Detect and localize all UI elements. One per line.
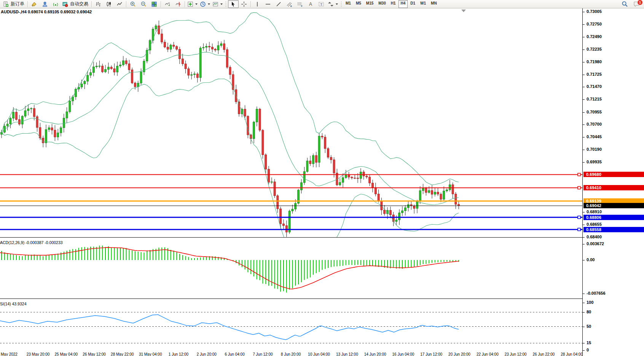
candle-up: [48, 128, 50, 129]
horizontal-line-tool-button[interactable]: [263, 0, 273, 8]
notifications-button[interactable]: 1: [633, 1, 640, 7]
time-axis-label: 10 Jun 04:00: [308, 352, 330, 356]
candle-down: [51, 128, 53, 130]
candle-down: [277, 196, 279, 209]
price-tick-mark: [583, 49, 585, 50]
zoom-out-button[interactable]: [138, 0, 149, 8]
dropdown-arrow-icon: [208, 3, 210, 5]
candlestick-button[interactable]: [104, 0, 114, 8]
candle-down: [36, 117, 38, 128]
candle-down: [179, 49, 181, 59]
toolbar-grip[interactable]: [341, 1, 342, 7]
main-chart-panel[interactable]: AUDUSD-,H4 0.69074 0.69105 0.69032 0.690…: [0, 8, 582, 237]
candle-down: [244, 109, 246, 117]
candlestick-chart[interactable]: [0, 8, 582, 237]
candle-down: [176, 46, 178, 49]
mt4-window: 新订单 自动交易: [0, 0, 644, 356]
candle-up: [402, 211, 403, 212]
price-tick-mark: [583, 112, 585, 113]
rsi-panel[interactable]: SI(14) 43.9324: [0, 300, 582, 352]
timeframe-button-w1[interactable]: W1: [418, 0, 428, 8]
candle-up: [449, 185, 451, 190]
price-tick-label: 0.71470: [587, 84, 602, 89]
arrows-tool-button[interactable]: [327, 0, 339, 8]
trendline-tool-button[interactable]: [273, 0, 284, 8]
macd-panel[interactable]: ACD(12,26,9) -0.000387 -0.000233: [0, 239, 582, 299]
toolbar-separator: [161, 1, 161, 7]
crosshair-tool-button[interactable]: [239, 0, 249, 8]
time-axis-label: 23 May 20:00: [27, 352, 50, 356]
zoom-in-button[interactable]: [128, 0, 138, 8]
timeframe-button-mn[interactable]: MN: [429, 0, 439, 8]
time-axis-label: 28 Jun 04:00: [561, 352, 582, 356]
toolbar-grip[interactable]: [225, 1, 226, 7]
time-axis[interactable]: May 202223 May 20:0025 May 04:0026 May 1…: [0, 352, 582, 356]
fibonacci-tool-button[interactable]: F: [295, 0, 305, 8]
line-handle: [578, 216, 580, 219]
time-axis-label: 26 Jun 22:00: [532, 352, 555, 356]
time-axis-label: 20 Jun 20:00: [448, 352, 470, 356]
rsi-tick-label: 0: [587, 348, 589, 352]
timeframe-button-d1[interactable]: D1: [408, 0, 418, 8]
candle-up: [6, 124, 8, 126]
candle-down: [455, 194, 457, 204]
toolbar-right: 1: [622, 1, 640, 7]
candle-down: [283, 224, 285, 226]
zoom-out-icon: [140, 1, 147, 7]
cursor-tool-button[interactable]: [228, 0, 239, 8]
bar-chart-button[interactable]: [93, 0, 104, 8]
vertical-line-tool-button[interactable]: [252, 0, 263, 8]
indicators-button[interactable]: [186, 0, 199, 8]
templates-button[interactable]: [211, 0, 224, 8]
text-tool-button[interactable]: A: [305, 0, 316, 8]
toolbar-separator: [126, 1, 126, 7]
styler-button[interactable]: [29, 0, 40, 8]
profile-button[interactable]: [40, 0, 50, 8]
search-icon[interactable]: [622, 1, 628, 7]
candle-up: [339, 182, 341, 185]
chart-shift-button[interactable]: [173, 0, 183, 8]
autotrading-button[interactable]: 自动交易: [61, 0, 90, 8]
signal-button[interactable]: [50, 0, 61, 8]
candle-up: [107, 67, 109, 69]
price-line-badge: 0.69680: [583, 172, 644, 177]
candle-down: [54, 130, 56, 137]
cursor-icon: [230, 1, 236, 7]
autotrading-label: 自动交易: [69, 1, 89, 7]
candlestick-icon: [106, 1, 112, 7]
candle-down: [173, 45, 175, 46]
arrows-icon: [328, 1, 334, 7]
price-tick-mark: [583, 75, 585, 75]
price-tick-label: 0.69935: [587, 160, 602, 164]
line-chart-button[interactable]: [114, 0, 125, 8]
timeframe-button-m1[interactable]: M1: [343, 0, 353, 8]
candle-down: [327, 148, 329, 157]
timeframe-button-h1[interactable]: H1: [389, 0, 398, 8]
fibonacci-icon: F: [297, 1, 303, 7]
price-tick-mark: [583, 37, 585, 37]
candle-down: [102, 66, 104, 72]
timeframe-button-m15[interactable]: M15: [364, 0, 376, 8]
periods-button[interactable]: [199, 0, 211, 8]
channel-tool-button[interactable]: E: [284, 0, 295, 8]
tile-windows-button[interactable]: [149, 0, 159, 8]
auto-scroll-button[interactable]: [162, 0, 173, 8]
text-label-tool-button[interactable]: T: [316, 0, 327, 8]
price-tick-mark: [583, 150, 585, 150]
candle-down: [330, 157, 332, 160]
new-order-button[interactable]: 新订单: [2, 0, 26, 8]
timeframe-button-h4[interactable]: H4: [399, 0, 408, 8]
candle-down: [214, 49, 216, 50]
candle-up: [45, 129, 47, 143]
candle-down: [351, 177, 353, 178]
timeframe-button-m30[interactable]: M30: [376, 0, 388, 8]
candle-up: [312, 155, 314, 164]
timeframe-button-m5[interactable]: M5: [354, 0, 363, 8]
line-chart-icon: [116, 1, 123, 7]
chart-ohlc-title: AUDUSD-,H4 0.69074 0.69105 0.69032 0.690…: [1, 10, 92, 14]
price-tick-label: 0.70700: [587, 122, 602, 126]
candle-up: [120, 65, 121, 66]
price-axis[interactable]: 0.730050.727500.724900.722350.719800.717…: [582, 8, 644, 356]
rsi-tick-label: 80: [587, 310, 591, 314]
rsi-tick-label: 15: [587, 340, 591, 345]
